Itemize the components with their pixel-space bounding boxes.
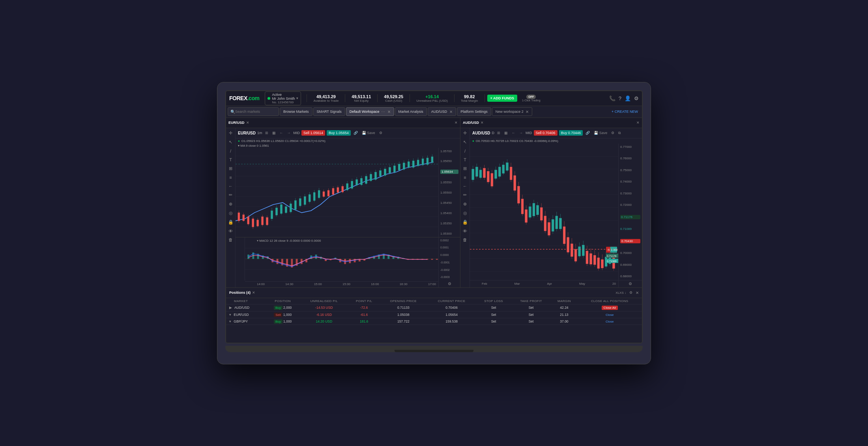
zoom-tool[interactable]: ⊕ <box>228 201 233 207</box>
audusd-candle-icon[interactable]: ▦ <box>503 131 509 135</box>
audusd-prev-icon[interactable]: ← <box>511 131 516 135</box>
audusd-sell-button[interactable]: Sell 0.70406 <box>534 130 557 136</box>
tab-new-workspace[interactable]: New workspace 2 ✕ <box>492 107 532 116</box>
close-button-eurusd[interactable]: Close <box>606 313 614 317</box>
text-tool[interactable]: T <box>228 157 233 163</box>
back-tool[interactable]: ← <box>228 183 234 189</box>
audusd-layers-icon[interactable]: ⧉ <box>617 131 622 136</box>
phone-icon[interactable]: 📞 <box>609 95 615 101</box>
eurusd-chart-svg <box>236 148 438 237</box>
workspace-options-icon[interactable]: ⋯ <box>381 110 385 114</box>
audusd-text-tool[interactable]: T <box>463 157 467 163</box>
audusd-timeframe[interactable]: D <box>492 131 495 135</box>
eurusd-instrument: EUR/USD <box>238 131 256 135</box>
account-name: Mr John Smith <box>272 97 295 101</box>
expand-icon-eurusd[interactable]: ▾ <box>229 313 231 317</box>
eurusd-sell-button[interactable]: Sell 1.05614 <box>301 130 325 136</box>
eurusd-macd-scale: 0.0002 0.0001 0.0000 -0.0001 -0.0002 -0.… <box>438 237 460 280</box>
eurusd-timeframe[interactable]: 1m <box>257 131 262 135</box>
eurusd-next-icon[interactable]: → <box>286 131 292 135</box>
audusd-lock-tool[interactable]: 🔒 <box>462 219 469 226</box>
expand-icon-audusd[interactable]: ▶ <box>229 306 232 310</box>
top-icons: 📞 ? 👤 ⚙ <box>609 95 639 101</box>
new-workspace-close-icon[interactable]: ✕ <box>526 110 529 114</box>
eurusd-candle-icon[interactable]: ▦ <box>271 131 277 135</box>
person-icon[interactable]: 👤 <box>625 95 631 101</box>
audusd-crosshair-tool[interactable]: ✛ <box>462 130 468 136</box>
audusd-eye-tool[interactable]: 👁 <box>462 228 468 234</box>
audusd-next-icon[interactable]: → <box>518 131 524 135</box>
search-input[interactable] <box>235 110 276 114</box>
eurusd-buy-button[interactable]: Buy 1.05654 <box>327 130 351 136</box>
positions-tab-close[interactable]: ✕ <box>252 291 255 295</box>
close-gbpjpy[interactable]: Close <box>577 318 642 325</box>
audusd-panel-tab-close[interactable]: ✕ <box>481 121 484 125</box>
eurusd-settings-icon[interactable]: ⚙ <box>378 131 383 135</box>
eurusd-prev-icon[interactable]: ← <box>279 131 284 135</box>
close-all-button-audusd[interactable]: Close All <box>602 306 618 310</box>
audusd-chart-settings[interactable]: ⚙ <box>618 280 642 287</box>
eurusd-link-icon[interactable]: 🔗 <box>352 131 359 135</box>
eurusd-panel-close-icon[interactable]: ✕ <box>455 121 458 125</box>
xlxs-export-button[interactable]: XLXS ↓ <box>615 291 626 295</box>
workspace-close-icon[interactable]: ✕ <box>387 110 391 114</box>
close-button-gbpjpy[interactable]: Close <box>606 320 614 323</box>
eurusd-save-label[interactable]: 💾 Save <box>361 131 376 135</box>
crosshair-tool[interactable]: ✛ <box>228 130 233 136</box>
audusd-pencil-tool[interactable]: ✏ <box>462 192 468 198</box>
audusd-expand-icon[interactable]: ⊞ <box>496 131 501 135</box>
magnet-tool[interactable]: ◎ <box>228 210 234 216</box>
positions-settings-icon[interactable]: ⚙ <box>629 291 632 295</box>
measure-tool[interactable]: ⊞ <box>228 165 233 172</box>
tab-browse-markets[interactable]: Browse Markets <box>280 107 312 116</box>
account-section[interactable]: Active Mr John Smith No. 123456789 ▾ <box>265 91 301 105</box>
audusd-buy-button[interactable]: Buy 0.70446 <box>559 130 583 136</box>
eurusd-expand-icon[interactable]: ⊞ <box>264 131 269 135</box>
audusd-settings-icon[interactable]: ⚙ <box>610 131 615 135</box>
positions-panel-close[interactable]: ✕ <box>636 291 639 295</box>
eurusd-panel-tab[interactable]: EUR/USD <box>228 121 245 125</box>
close-eurusd[interactable]: Close <box>577 311 642 318</box>
tab-default-workspace[interactable]: Default Workspace ⋯ ✕ <box>346 107 394 116</box>
tab-market-analysis[interactable]: Market Analysis <box>395 107 427 116</box>
delete-tool[interactable]: 🗑 <box>228 237 234 243</box>
audusd-save-label[interactable]: 💾 Save <box>593 131 608 135</box>
take-gbpjpy: Set <box>511 318 551 325</box>
help-icon[interactable]: ? <box>619 95 621 101</box>
audusd-panel-close-icon[interactable]: ✕ <box>636 121 640 125</box>
audusd-line-tool[interactable]: / <box>464 148 466 154</box>
account-status-indicator <box>268 97 270 100</box>
settings-icon[interactable]: ⚙ <box>634 95 639 101</box>
audusd-back-tool[interactable]: ← <box>462 183 468 189</box>
expand-icon-gbpjpy[interactable]: ▾ <box>229 319 231 323</box>
indicator-tool[interactable]: ≡ <box>228 174 232 181</box>
eye-tool[interactable]: 👁 <box>228 228 234 234</box>
audusd-cursor-tool[interactable]: ↖ <box>462 139 468 146</box>
pencil-tool[interactable]: ✏ <box>228 192 233 198</box>
cursor-tool[interactable]: ↖ <box>228 139 233 146</box>
add-funds-button[interactable]: + ADD FUNDS <box>487 95 517 102</box>
eurusd-chart-settings-icon[interactable]: ⚙ <box>438 280 460 287</box>
audusd-measure-tool[interactable]: ⊞ <box>462 165 468 172</box>
svg-text:0.71089: 0.71089 <box>607 259 616 263</box>
line-tool[interactable]: / <box>229 148 232 154</box>
audusd-panel-tab[interactable]: AUD/USD <box>463 121 479 125</box>
audusd-magnet-tool[interactable]: ◎ <box>462 210 468 216</box>
close-all-audusd[interactable]: Close All <box>577 304 642 311</box>
eurusd-macd-area: ▾ MACD 12 26 close 9 -0.0000 0.0000 0.00… <box>236 237 460 280</box>
tab-smart-signals[interactable]: SMART Signals <box>313 107 345 116</box>
tab-audusd[interactable]: AUD/USD ✕ <box>428 107 456 116</box>
search-box[interactable]: 🔍 <box>228 107 279 116</box>
audusd-link-icon[interactable]: 🔗 <box>584 131 591 135</box>
audusd-tab-close-icon[interactable]: ✕ <box>449 110 453 114</box>
eurusd-panel-tab-close[interactable]: ✕ <box>246 121 249 125</box>
eurusd-macd-tools <box>236 237 245 280</box>
trading-toggle-section[interactable]: OFF 1-Click Trading <box>522 95 541 102</box>
audusd-indicator-tool[interactable]: ≡ <box>463 174 467 181</box>
tab-platform-settings[interactable]: Platform Settings <box>457 107 491 116</box>
margin-audusd: 42.24 <box>551 304 578 311</box>
audusd-zoom-tool[interactable]: ⊕ <box>462 201 468 207</box>
lock-tool[interactable]: 🔒 <box>227 219 234 226</box>
create-new-button[interactable]: + CREATE NEW <box>609 108 640 115</box>
audusd-delete-tool[interactable]: 🗑 <box>462 237 468 243</box>
